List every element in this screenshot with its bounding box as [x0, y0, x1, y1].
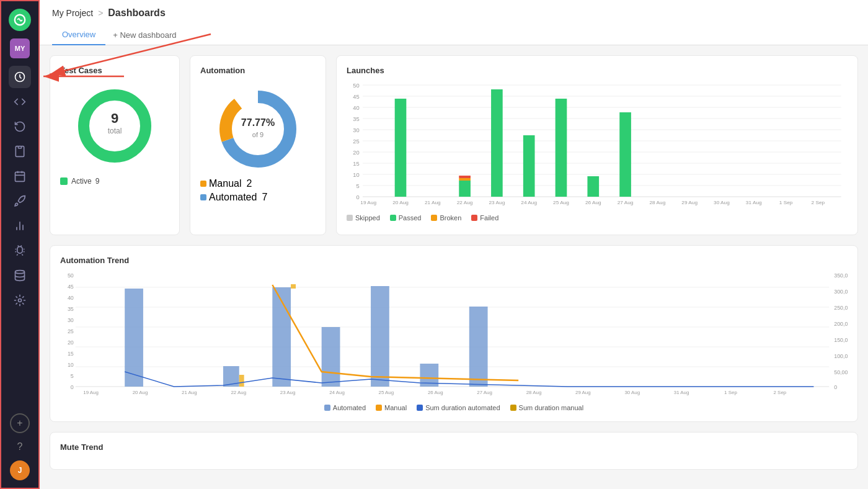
trend-legend: Automated Manual Sum duration automated …	[60, 404, 848, 411]
manual-legend-value: 2	[246, 178, 252, 189]
automation-trend-title: Automation Trend	[60, 256, 848, 265]
automated-trend-legend: Automated	[324, 404, 366, 411]
add-button[interactable]: +	[10, 413, 30, 433]
svg-rect-45	[459, 176, 471, 178]
app-logo[interactable]	[9, 9, 31, 31]
svg-text:25 Aug: 25 Aug	[553, 200, 569, 205]
test-cases-title: Test Cases	[60, 66, 169, 75]
automated-trend-dot	[324, 405, 330, 411]
svg-text:5: 5	[356, 183, 360, 189]
breadcrumb-project[interactable]: My Project	[52, 8, 93, 18]
active-legend-label: Active	[71, 177, 92, 186]
sidebar-item-database[interactable]	[9, 264, 31, 287]
svg-text:50: 50	[353, 83, 359, 89]
svg-point-12	[84, 95, 146, 157]
svg-text:77.77%: 77.77%	[241, 117, 275, 128]
sidebar-item-rocket[interactable]	[9, 190, 31, 212]
svg-text:21 Aug: 21 Aug	[425, 200, 441, 205]
svg-text:31 Aug: 31 Aug	[674, 390, 689, 395]
test-cases-donut-container: 9 total	[60, 83, 169, 169]
automation-trend-chart: 50 45 40 35 30 25 20 15 10 5 0 350,000 3…	[60, 272, 848, 397]
svg-text:19 Aug: 19 Aug	[83, 390, 99, 395]
svg-text:100,000: 100,000	[834, 353, 848, 359]
svg-rect-98	[469, 307, 488, 387]
sidebar-item-code[interactable]	[9, 91, 31, 113]
svg-text:35: 35	[353, 116, 359, 122]
svg-text:22 Aug: 22 Aug	[231, 390, 246, 395]
svg-text:0: 0	[834, 384, 837, 390]
automated-legend: Automated 7	[200, 192, 316, 203]
svg-text:15: 15	[68, 351, 74, 357]
passed-legend: Passed	[390, 214, 422, 222]
svg-text:22 Aug: 22 Aug	[457, 200, 473, 205]
svg-text:15: 15	[353, 161, 359, 167]
svg-rect-43	[459, 181, 471, 197]
svg-text:23 Aug: 23 Aug	[489, 200, 505, 205]
svg-text:29 Aug: 29 Aug	[575, 390, 591, 395]
active-legend-value: 9	[95, 177, 100, 186]
automation-donut-chart: 77.77% of 9	[211, 83, 304, 176]
mute-trend-title: Mute Trend	[60, 442, 848, 452]
sum-manual-legend: Sum duration manual	[510, 404, 584, 411]
svg-rect-95	[322, 327, 340, 387]
svg-point-11	[19, 299, 22, 302]
svg-text:200,000: 200,000	[834, 321, 848, 327]
project-avatar[interactable]: MY	[10, 38, 30, 58]
skipped-dot	[347, 215, 353, 221]
svg-rect-51	[556, 99, 567, 197]
tab-new-dashboard[interactable]: + New dashboard	[105, 25, 184, 45]
launches-title: Launches	[347, 66, 848, 75]
test-cases-legend: Active 9	[60, 177, 169, 186]
svg-rect-44	[459, 178, 471, 181]
svg-text:25: 25	[68, 328, 74, 334]
svg-text:28 Aug: 28 Aug	[649, 200, 665, 205]
launches-card: Launches 50 45 40 35 30 25 20 15 10 5 0	[336, 55, 858, 235]
tab-overview[interactable]: Overview	[52, 25, 105, 45]
sidebar-item-charts[interactable]	[9, 215, 31, 237]
sidebar-item-calendar[interactable]	[9, 165, 31, 187]
automated-legend-label: Automated	[209, 192, 257, 203]
svg-rect-47	[491, 89, 503, 197]
help-button[interactable]: ?	[9, 436, 31, 458]
svg-text:of 9: of 9	[252, 131, 264, 138]
automated-legend-value: 7	[262, 192, 267, 203]
svg-text:20 Aug: 20 Aug	[133, 390, 148, 395]
automated-legend-dot	[200, 194, 206, 200]
svg-text:26 Aug: 26 Aug	[585, 200, 601, 205]
sidebar-item-bug[interactable]	[9, 240, 31, 262]
svg-text:27 Aug: 27 Aug	[477, 390, 492, 395]
svg-text:2 Sep: 2 Sep	[812, 200, 825, 205]
svg-text:25: 25	[353, 138, 359, 145]
active-legend-dot	[60, 177, 68, 185]
svg-text:24 Aug: 24 Aug	[521, 200, 537, 205]
svg-text:27 Aug: 27 Aug	[618, 200, 634, 205]
skipped-label: Skipped	[355, 214, 380, 222]
user-avatar[interactable]: J	[10, 460, 30, 480]
sidebar-item-dashboard[interactable]	[9, 66, 31, 88]
svg-text:40: 40	[68, 295, 74, 301]
sidebar-item-clipboard[interactable]	[9, 140, 31, 163]
mute-trend-card: Mute Trend	[50, 432, 858, 470]
manual-trend-dot	[376, 405, 382, 411]
automation-title: Automation	[200, 66, 316, 75]
page-header: My Project > Dashboards Overview + New d…	[40, 0, 868, 45]
broken-label: Broken	[440, 214, 461, 222]
svg-text:350,000: 350,000	[834, 272, 848, 279]
svg-text:29 Aug: 29 Aug	[681, 200, 698, 205]
svg-rect-96	[371, 286, 389, 387]
svg-text:26 Aug: 26 Aug	[428, 390, 443, 395]
broken-legend: Broken	[431, 214, 461, 222]
svg-text:28 Aug: 28 Aug	[526, 390, 542, 395]
sidebar-item-refresh[interactable]	[9, 115, 31, 138]
svg-text:150,000: 150,000	[834, 337, 848, 343]
svg-rect-55	[619, 112, 631, 197]
automated-trend-label: Automated	[333, 404, 366, 411]
failed-dot	[471, 215, 477, 221]
sidebar-item-settings[interactable]	[9, 289, 31, 312]
svg-rect-53	[587, 176, 599, 197]
svg-text:0: 0	[71, 384, 74, 390]
svg-rect-2	[19, 146, 22, 148]
manual-trend-label: Manual	[384, 404, 407, 411]
svg-text:45: 45	[353, 94, 359, 100]
svg-text:1 Sep: 1 Sep	[779, 200, 793, 205]
